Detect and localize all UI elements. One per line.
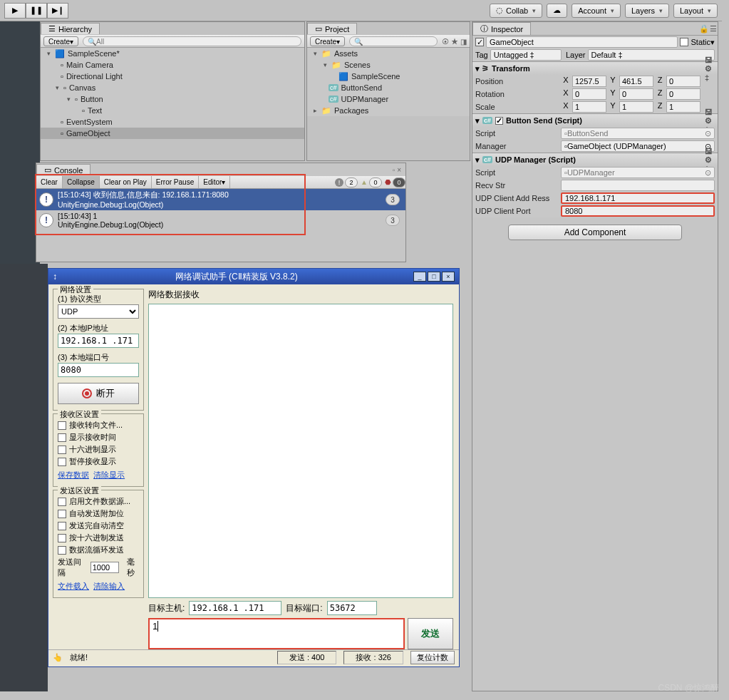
pos-y[interactable] xyxy=(619,76,653,87)
static-checkbox[interactable] xyxy=(680,38,688,46)
assets-row[interactable]: ▾📁 Assets xyxy=(307,48,470,59)
log-line: [15:10:43] 收到信息,信息来自: 192.168.1.171:8080 xyxy=(58,190,229,200)
gameobject-name-field[interactable]: GameObject xyxy=(486,36,678,48)
tag-dropdown[interactable]: Untagged ‡ xyxy=(490,49,562,61)
layout-button[interactable]: Layout xyxy=(673,4,718,18)
save-data-link[interactable]: 保存数据 xyxy=(58,470,89,479)
reset-count-button[interactable]: 复位计数 xyxy=(410,651,455,664)
inspector-tab[interactable]: ⓘ Inspector xyxy=(472,22,531,35)
recv-opt[interactable]: 十六进制显示 xyxy=(58,444,139,455)
asset-row[interactable]: c# ButtonSend xyxy=(307,82,470,93)
hierarchy-tab[interactable]: ☰ Hierarchy xyxy=(41,23,100,34)
local-port-input[interactable] xyxy=(58,363,139,377)
scene-row[interactable]: ▾🟦 SampleScene* xyxy=(41,48,304,59)
disconnect-button[interactable]: 断开 xyxy=(58,383,139,404)
titlebar[interactable]: ↕ 网络调试助手 (CⅡ精装版 V3.8.2) _ □ × xyxy=(48,269,459,284)
step-button[interactable]: ▶❙ xyxy=(47,3,68,19)
clear-display-link[interactable]: 清除显示 xyxy=(93,470,125,479)
console-log-row[interactable]: ! [15:10:43] 1 UnityEngine.Debug:Log(Obj… xyxy=(36,210,405,230)
console-collapse-button[interactable]: Collapse xyxy=(63,176,100,188)
local-ip-input[interactable] xyxy=(58,334,139,348)
console-errorpause-button[interactable]: Error Pause xyxy=(152,176,199,188)
hierarchy-item[interactable]: ▫ EventSystem xyxy=(41,116,304,128)
hierarchy-item-selected[interactable]: ▫ GameObject xyxy=(41,128,304,139)
component-menu-icon[interactable]: 🖫 ⚙ ‡ xyxy=(705,155,715,165)
panel-lock-icon[interactable]: 🔒 xyxy=(699,24,709,34)
port-field[interactable]: 8080 xyxy=(561,205,715,217)
console-clear-button[interactable]: Clear xyxy=(36,176,63,188)
play-button[interactable]: ▶ xyxy=(4,3,26,19)
minimize-button[interactable]: _ xyxy=(413,272,426,282)
rot-y[interactable] xyxy=(619,88,653,100)
asset-row[interactable]: c# UDPManager xyxy=(307,93,470,105)
clear-input-link[interactable]: 清除输入 xyxy=(93,582,125,590)
manager-field[interactable]: ▫ GameObject (UDPManager)⊙ xyxy=(561,140,715,152)
layers-button[interactable]: Layers xyxy=(625,4,669,18)
send-opt[interactable]: 发送完自动清空 xyxy=(58,520,139,531)
scl-y[interactable] xyxy=(619,101,653,113)
send-opt[interactable]: 自动发送附加位 xyxy=(58,508,139,519)
target-host-input[interactable] xyxy=(189,601,281,615)
layer-dropdown[interactable]: Default ‡ xyxy=(588,49,715,61)
udpmanager-header[interactable]: ▾ c# UDP Manager (Script) 🖫 ⚙ ‡ xyxy=(472,153,718,166)
send-button[interactable]: 发送 xyxy=(408,618,453,649)
err-icon: ⬣ xyxy=(385,178,391,186)
packages-row[interactable]: ▸📁 Packages xyxy=(307,105,470,116)
protocol-select[interactable]: UDP xyxy=(58,304,139,319)
console-editor-button[interactable]: Editor ▾ xyxy=(199,176,230,188)
cloud-button[interactable]: ☁ xyxy=(547,4,567,18)
send-textarea[interactable]: 1 xyxy=(148,618,405,649)
scl-z[interactable] xyxy=(666,101,700,113)
pause-button[interactable]: ❚❚ xyxy=(26,3,47,19)
hierarchy-item[interactable]: ▾▫ Button xyxy=(41,93,304,105)
hierarchy-search[interactable]: 🔍All xyxy=(83,36,301,46)
interval-input[interactable] xyxy=(91,562,119,573)
addr-field[interactable]: 192.168.1.171 xyxy=(561,192,715,204)
rot-z[interactable] xyxy=(666,88,700,100)
folder-row[interactable]: ▾📁 Scenes xyxy=(307,59,470,71)
console-clearonplay-button[interactable]: Clear on Play xyxy=(100,176,152,188)
recv-field[interactable] xyxy=(561,180,715,191)
asset-row[interactable]: 🟦 SampleScene xyxy=(307,71,470,82)
maximize-button[interactable]: □ xyxy=(428,272,440,282)
log-line: UnityEngine.Debug:Log(Object) xyxy=(58,200,229,209)
recv-opt[interactable]: 接收转向文件... xyxy=(58,420,139,431)
buttonsend-header[interactable]: ▾ c# ✓ Button Send (Script) 🖫 ⚙ ‡ xyxy=(472,114,718,127)
component-menu-icon[interactable]: 🖫 ⚙ ‡ xyxy=(705,115,715,125)
close-button[interactable]: × xyxy=(442,272,455,282)
scl-x[interactable] xyxy=(572,101,606,113)
transform-header[interactable]: ▾ ⚞ Transform 🖫 ⚙ ‡ xyxy=(472,62,718,75)
recv-textarea[interactable] xyxy=(148,304,453,598)
panel-menu-icon[interactable]: ☰ xyxy=(709,24,718,34)
add-component-button[interactable]: Add Component xyxy=(508,225,682,240)
hierarchy-item[interactable]: ▾▫ Canvas xyxy=(41,82,304,93)
err-count[interactable]: 0 xyxy=(393,177,405,187)
recv-opt[interactable]: 显示接收时间 xyxy=(58,432,139,443)
hierarchy-create-button[interactable]: Create ▾ xyxy=(43,36,78,46)
collab-button[interactable]: ◌ Collab xyxy=(490,4,542,18)
gameobject-active-checkbox[interactable]: ✓ xyxy=(475,38,484,46)
send-opt[interactable]: 启用文件数据源... xyxy=(58,496,139,507)
hierarchy-item[interactable]: ▫ Directional Light xyxy=(41,71,304,82)
component-menu-icon[interactable]: 🖫 ⚙ ‡ xyxy=(705,63,715,73)
recv-opt[interactable]: 暂停接收显示 xyxy=(58,456,139,467)
project-search[interactable]: 🔍 xyxy=(349,36,438,46)
filter-icons[interactable]: ⦿ ★ ◨ xyxy=(442,38,467,46)
project-tab[interactable]: ▭ Project xyxy=(307,23,357,34)
account-button[interactable]: Account xyxy=(572,4,621,18)
send-opt[interactable]: 数据流循环发送 xyxy=(58,545,139,555)
panel-controls[interactable]: ▫ × xyxy=(393,166,405,174)
hierarchy-item[interactable]: ▫ Main Camera xyxy=(41,59,304,71)
console-tab[interactable]: ▭ Console xyxy=(36,164,91,175)
warn-count[interactable]: 0 xyxy=(369,177,382,187)
rot-x[interactable] xyxy=(572,88,606,100)
send-opt[interactable]: 按十六进制发送 xyxy=(58,532,139,543)
target-port-input[interactable] xyxy=(327,601,377,615)
pos-z[interactable] xyxy=(666,76,700,87)
pos-x[interactable] xyxy=(572,76,606,87)
file-load-link[interactable]: 文件载入 xyxy=(58,582,89,590)
hierarchy-item[interactable]: ▫ Text xyxy=(41,105,304,116)
project-create-button[interactable]: Create ▾ xyxy=(310,36,345,46)
info-count[interactable]: 2 xyxy=(345,177,358,187)
console-log-row[interactable]: ! [15:10:43] 收到信息,信息来自: 192.168.1.171:80… xyxy=(36,189,405,210)
